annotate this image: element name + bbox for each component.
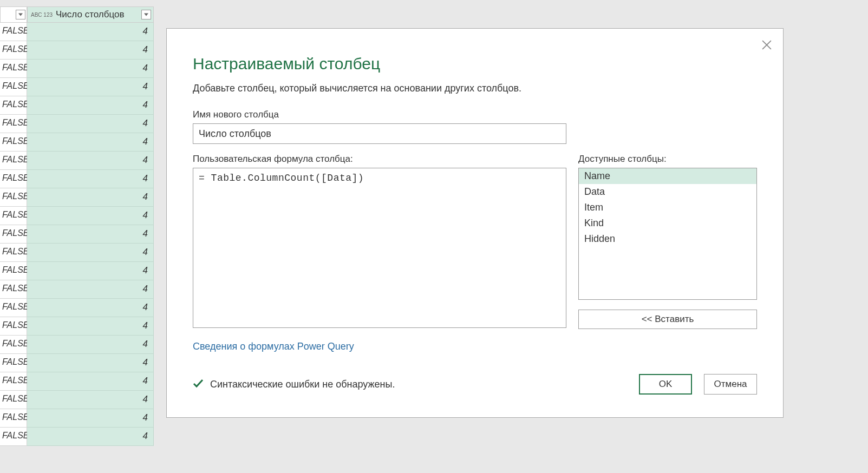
cell-col2: 4 — [27, 391, 154, 409]
chevron-down-icon — [144, 13, 148, 16]
cell-col1: FALSE — [0, 336, 27, 354]
table-row[interactable]: FALSE4 — [0, 96, 154, 115]
close-icon — [762, 40, 772, 50]
cell-col2: 4 — [27, 188, 154, 207]
cell-col2: 4 — [27, 152, 154, 170]
table-row[interactable]: FALSE4 — [0, 244, 154, 262]
cell-col2: 4 — [27, 354, 154, 372]
list-item[interactable]: Data — [579, 184, 756, 200]
cell-col2: 4 — [27, 133, 154, 152]
cell-col1: FALSE — [0, 372, 27, 391]
cell-col2: 4 — [27, 428, 154, 446]
cell-col1: FALSE — [0, 262, 27, 280]
column-name-input[interactable] — [193, 123, 566, 144]
formula-textarea[interactable] — [193, 168, 566, 328]
status-row: Синтаксические ошибки не обнаружены. — [193, 378, 395, 391]
table-row[interactable]: FALSE4 — [0, 262, 154, 280]
cell-col2: 4 — [27, 207, 154, 225]
table-row[interactable]: FALSE4 — [0, 188, 154, 207]
name-label: Имя нового столбца — [193, 109, 757, 120]
column-header-1[interactable] — [0, 6, 27, 23]
cell-col1: FALSE — [0, 152, 27, 170]
ok-button[interactable]: OK — [639, 374, 692, 395]
table-row[interactable]: FALSE4 — [0, 152, 154, 170]
table-row[interactable]: FALSE4 — [0, 115, 154, 133]
list-item[interactable]: Kind — [579, 215, 756, 231]
cell-col1: FALSE — [0, 60, 27, 78]
cell-col1: FALSE — [0, 428, 27, 446]
cell-col2: 4 — [27, 336, 154, 354]
cell-col1: FALSE — [0, 41, 27, 60]
cell-col1: FALSE — [0, 244, 27, 262]
column-header-2[interactable]: ABC 123 Число столбцов — [27, 6, 154, 23]
cell-col1: FALSE — [0, 280, 27, 299]
cell-col2: 4 — [27, 372, 154, 391]
table-row[interactable]: FALSE4 — [0, 170, 154, 188]
table-row[interactable]: FALSE4 — [0, 78, 154, 96]
help-link[interactable]: Сведения о формулах Power Query — [193, 341, 354, 352]
cell-col1: FALSE — [0, 188, 27, 207]
cell-col1: FALSE — [0, 409, 27, 428]
formula-label: Пользовательская формула столбца: — [193, 154, 566, 165]
table-row[interactable]: FALSE4 — [0, 372, 154, 391]
dropdown-button[interactable] — [16, 10, 25, 19]
cell-col2: 4 — [27, 115, 154, 133]
table-row[interactable]: FALSE4 — [0, 207, 154, 225]
table-row[interactable]: FALSE4 — [0, 133, 154, 152]
cell-col2: 4 — [27, 96, 154, 115]
available-columns-list[interactable]: NameDataItemKindHidden — [578, 168, 757, 300]
available-columns-label: Доступные столбцы: — [578, 154, 757, 165]
cell-col1: FALSE — [0, 317, 27, 336]
table-row[interactable]: FALSE4 — [0, 299, 154, 317]
table-row[interactable]: FALSE4 — [0, 41, 154, 60]
cell-col1: FALSE — [0, 133, 27, 152]
cell-col1: FALSE — [0, 354, 27, 372]
dialog-subtitle: Добавьте столбец, который вычисляется на… — [193, 83, 757, 94]
cell-col1: FALSE — [0, 225, 27, 244]
cell-col1: FALSE — [0, 115, 27, 133]
datatype-icon: ABC 123 — [31, 12, 53, 17]
check-icon — [193, 378, 204, 391]
table-row[interactable]: FALSE4 — [0, 354, 154, 372]
table-row[interactable]: FALSE4 — [0, 391, 154, 409]
dropdown-button[interactable] — [141, 10, 151, 19]
chevron-down-icon — [18, 13, 23, 16]
table-row[interactable]: FALSE4 — [0, 280, 154, 299]
custom-column-dialog: Настраиваемый столбец Добавьте столбец, … — [166, 28, 784, 418]
table-row[interactable]: FALSE4 — [0, 409, 154, 428]
cancel-button[interactable]: Отмена — [704, 374, 757, 395]
table-row[interactable]: FALSE4 — [0, 317, 154, 336]
list-item[interactable]: Hidden — [579, 231, 756, 247]
close-button[interactable] — [760, 38, 773, 51]
insert-button[interactable]: << Вставить — [578, 310, 757, 329]
cell-col1: FALSE — [0, 207, 27, 225]
column-header-label: Число столбцов — [56, 9, 124, 20]
background-grid: ABC 123 Число столбцов FALSE4FALSE4FALSE… — [0, 6, 154, 446]
cell-col2: 4 — [27, 23, 154, 41]
cell-col1: FALSE — [0, 170, 27, 188]
table-row[interactable]: FALSE4 — [0, 225, 154, 244]
list-item[interactable]: Item — [579, 200, 756, 215]
cell-col2: 4 — [27, 280, 154, 299]
cell-col1: FALSE — [0, 23, 27, 41]
cell-col2: 4 — [27, 78, 154, 96]
table-row[interactable]: FALSE4 — [0, 60, 154, 78]
cell-col1: FALSE — [0, 299, 27, 317]
table-row[interactable]: FALSE4 — [0, 336, 154, 354]
cell-col2: 4 — [27, 41, 154, 60]
cell-col2: 4 — [27, 225, 154, 244]
cell-col1: FALSE — [0, 96, 27, 115]
cell-col1: FALSE — [0, 78, 27, 96]
cell-col2: 4 — [27, 244, 154, 262]
table-row[interactable]: FALSE4 — [0, 23, 154, 41]
list-item[interactable]: Name — [579, 168, 756, 184]
status-text: Синтаксические ошибки не обнаружены. — [210, 379, 395, 390]
cell-col2: 4 — [27, 409, 154, 428]
cell-col2: 4 — [27, 262, 154, 280]
cell-col1: FALSE — [0, 391, 27, 409]
cell-col2: 4 — [27, 170, 154, 188]
table-row[interactable]: FALSE4 — [0, 428, 154, 446]
cell-col2: 4 — [27, 299, 154, 317]
cell-col2: 4 — [27, 317, 154, 336]
grid-header-row: ABC 123 Число столбцов — [0, 6, 154, 23]
